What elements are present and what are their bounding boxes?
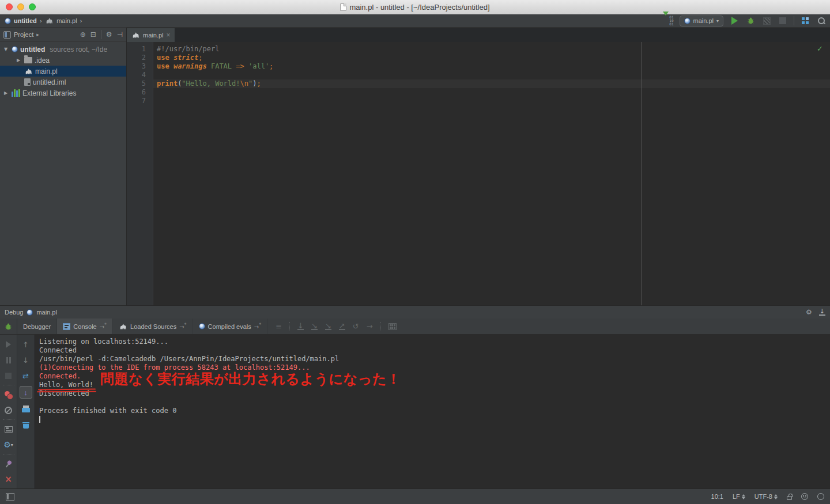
code-line xyxy=(153,88,830,97)
line-number: 2 xyxy=(127,54,146,62)
tab-loaded-sources[interactable]: Loaded Sources → xyxy=(113,319,193,334)
coverage-button[interactable] xyxy=(761,16,772,26)
spinner-arrows-icon xyxy=(742,494,745,499)
view-breakpoints-button[interactable] xyxy=(3,389,14,400)
run-button[interactable] xyxy=(729,16,740,26)
settings-button[interactable]: ⚙▾ xyxy=(3,439,14,450)
run-to-cursor-icon[interactable]: → xyxy=(367,322,373,331)
stop-button[interactable] xyxy=(778,16,788,26)
debug-tabs-bar: Debugger Console → Loaded Sources → Comp… xyxy=(0,319,830,335)
perl-file-icon xyxy=(45,17,54,25)
search-everywhere-button[interactable] xyxy=(816,16,827,26)
editor-tab-bar: main.pl × xyxy=(127,28,830,42)
show-execution-point-icon[interactable]: ≡ xyxy=(276,322,282,331)
code-line: #!/usr/bin/perl xyxy=(153,45,830,54)
gear-icon[interactable]: ⚙ xyxy=(106,31,112,39)
tree-label: untitled.iml xyxy=(33,78,66,86)
tab-compiled-evals[interactable]: Compiled evals → xyxy=(193,319,268,334)
console-line: Connected xyxy=(39,346,830,355)
inspection-profile-icon[interactable] xyxy=(801,493,808,500)
minimize-panel-icon[interactable]: ↓ xyxy=(819,309,825,316)
code-line xyxy=(153,71,830,79)
locate-icon[interactable]: ⊕ xyxy=(80,31,86,39)
breadcrumb-project[interactable]: untitled xyxy=(14,17,37,24)
pin-tab-button[interactable] xyxy=(3,458,14,469)
encoding-select[interactable]: UTF-8 xyxy=(754,493,778,500)
step-into-icon[interactable]: ↘ xyxy=(311,323,318,330)
step-out-icon[interactable]: ↗ xyxy=(339,323,345,330)
tree-row-main-pl[interactable]: main.pl xyxy=(0,66,126,77)
minimize-window-button[interactable] xyxy=(17,3,24,10)
pin-icon xyxy=(3,458,13,469)
search-icon xyxy=(817,17,825,25)
run-configuration-select[interactable]: main.pl ▾ xyxy=(680,16,723,26)
resume-button[interactable] xyxy=(3,339,14,350)
project-structure-icon xyxy=(802,17,809,24)
line-ending-select[interactable]: LF xyxy=(733,493,745,500)
scroll-to-end-icon: ↓ xyxy=(24,388,28,397)
tree-collapsed-icon[interactable]: ▶ xyxy=(15,58,22,63)
code-line: print("Hello, World!\n"); xyxy=(153,79,830,88)
tree-collapsed-icon[interactable]: ▶ xyxy=(2,90,9,96)
clear-all-button[interactable] xyxy=(21,419,31,430)
collapse-all-icon[interactable]: ⊟ xyxy=(90,31,96,39)
stepping-toolbar: ≡ ↓ ↘ ↘ ↗ ↺ → xyxy=(276,319,396,334)
chevron-right-icon: › xyxy=(40,17,42,25)
mute-breakpoints-button[interactable] xyxy=(3,405,14,415)
tree-label: External Libraries xyxy=(22,89,76,97)
code-editor[interactable]: 1234567 #!/usr/bin/perluse strict;use wa… xyxy=(127,42,830,305)
print-button[interactable] xyxy=(21,404,31,414)
toolwindow-toggle-icon[interactable] xyxy=(6,493,14,501)
project-expand-icon[interactable]: ▸ xyxy=(36,32,39,37)
pause-button[interactable] xyxy=(3,355,14,365)
project-icon xyxy=(5,18,11,24)
editor-tab-main-pl[interactable]: main.pl × xyxy=(127,28,175,42)
tree-label: .idea xyxy=(35,56,50,65)
status-bar: 10:1 LF UTF-8 xyxy=(0,488,830,504)
tab-label: Loaded Sources xyxy=(130,323,176,330)
toolbar-divider xyxy=(794,16,794,25)
stop-icon xyxy=(5,373,12,379)
step-over-icon[interactable]: ↓ xyxy=(297,323,304,330)
console-line: Listening on localhost:52149... xyxy=(39,338,830,346)
gear-icon: ⚙ xyxy=(3,440,11,449)
gear-icon[interactable]: ⚙ xyxy=(806,308,812,316)
lock-icon[interactable] xyxy=(787,496,792,500)
console-output[interactable]: Listening on localhost:52149...Connected… xyxy=(35,335,830,488)
debug-button[interactable] xyxy=(745,16,756,26)
drop-frame-icon[interactable]: ↺ xyxy=(353,322,359,331)
soft-wrap-icon[interactable]: ⇄ xyxy=(21,370,31,381)
tree-row-untitled-iml[interactable]: untitled.iml xyxy=(0,77,126,88)
zoom-window-button[interactable] xyxy=(29,3,36,10)
perl-file-icon xyxy=(119,323,127,331)
close-icon[interactable]: × xyxy=(166,32,170,39)
project-panel-header: Project ▸ ⊕ ⊟ ⚙ ⊣ xyxy=(0,28,126,42)
down-stack-trace-icon[interactable]: ↓ xyxy=(21,355,31,365)
evaluate-expression-icon[interactable] xyxy=(388,323,397,330)
tab-console[interactable]: Console → xyxy=(57,319,113,334)
tree-label: main.pl xyxy=(35,67,58,75)
stop-session-button[interactable] xyxy=(3,370,14,381)
tab-debugger[interactable]: Debugger xyxy=(17,319,57,334)
tree-row-idea[interactable]: ▶ .idea xyxy=(0,55,126,66)
divider xyxy=(101,30,101,39)
breadcrumb-file[interactable]: main.pl xyxy=(56,17,77,24)
up-stack-trace-icon[interactable]: ↑ xyxy=(21,339,31,350)
tree-row-untitled[interactable]: ▼ untitled sources root, ~/Ide xyxy=(0,44,126,55)
hide-panel-icon[interactable]: ⊣ xyxy=(117,31,123,39)
tree-row-external-libraries[interactable]: ▶ External Libraries xyxy=(0,88,126,98)
scroll-to-end-button[interactable]: ↓ xyxy=(20,386,32,399)
force-step-into-icon[interactable]: ↘ xyxy=(325,323,331,330)
onion-icon xyxy=(199,323,205,329)
navigation-bar: untitled › main.pl › 011001 main.pl ▾ xyxy=(0,14,830,28)
close-window-button[interactable] xyxy=(6,3,13,10)
close-icon: × xyxy=(5,474,12,484)
project-structure-button[interactable] xyxy=(800,16,810,26)
restore-layout-button[interactable] xyxy=(3,424,14,434)
vcs-update-icon[interactable]: 011001 xyxy=(663,16,673,26)
tree-expanded-icon[interactable]: ▼ xyxy=(2,47,9,52)
notifications-icon[interactable] xyxy=(817,493,824,500)
caret-position[interactable]: 10:1 xyxy=(711,493,723,500)
project-root-icon xyxy=(12,46,18,52)
close-session-button[interactable]: × xyxy=(3,474,14,484)
